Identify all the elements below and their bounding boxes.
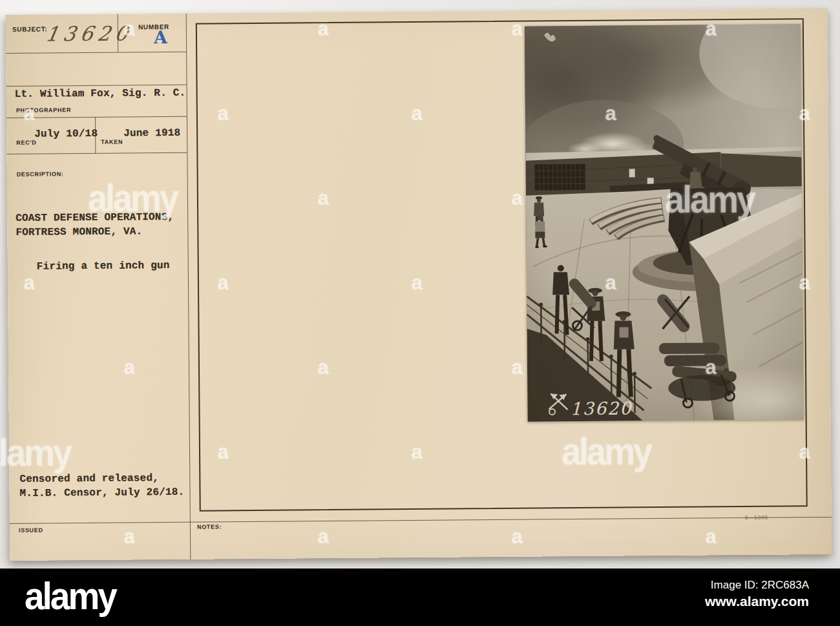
alamy-url-text: www.alamy.com (705, 594, 809, 609)
rule-3 (6, 116, 187, 118)
description-line-3: Firing a ten inch gun (37, 260, 170, 273)
censor-line-1: Censored and released, (19, 472, 159, 485)
image-id-text: Image ID: 2RC683A (711, 579, 809, 592)
rule-1 (6, 52, 186, 54)
divider-recd-taken (95, 117, 96, 153)
description-label: DESCRIPTION: (17, 171, 64, 178)
vignette-overlay (525, 24, 804, 421)
notes-label: NOTES: (197, 523, 222, 530)
issued-label: ISSUED (19, 527, 43, 534)
alamy-logo: alamy (25, 578, 116, 616)
photographer-label: PHOTOGRAPHER (16, 107, 71, 114)
alamy-stock-image-page: SUBJECT: 13620 NUMBER A Lt. William Fox,… (0, 0, 840, 626)
photographer-name: Lt. William Fox, Sig. R. C. (15, 87, 186, 100)
archive-card: SUBJECT: 13620 NUMBER A Lt. William Fox,… (6, 8, 832, 561)
taken-label: TAKEN (101, 139, 123, 145)
description-line-2: FORTRESS MONROE, VA. (16, 225, 142, 238)
rule-4 (6, 152, 187, 154)
censor-line-2: M.I.B. Censor, July 26/18. (19, 486, 184, 499)
received-label: REC'D (16, 140, 36, 146)
subject-label: SUBJECT: (12, 26, 48, 33)
divider-main (186, 14, 191, 559)
alamy-footer-bar: alamy Image ID: 2RC683A www.alamy.com (0, 569, 840, 626)
form-code: 3—5005 (745, 515, 768, 521)
rule-2 (6, 85, 187, 87)
subject-number-handwritten: 13620 (44, 21, 134, 45)
description-line-1: COAST DEFENSE OPERATIONS, (16, 211, 174, 224)
photo-artwork: 13620 (525, 24, 804, 421)
number-stamp: A (154, 27, 167, 47)
taken-date: June 1918 (123, 127, 180, 140)
rule-issued (10, 517, 832, 524)
received-date: July 10/18 (34, 128, 98, 140)
photo-coast-defense-gun: 13620 (525, 24, 804, 421)
